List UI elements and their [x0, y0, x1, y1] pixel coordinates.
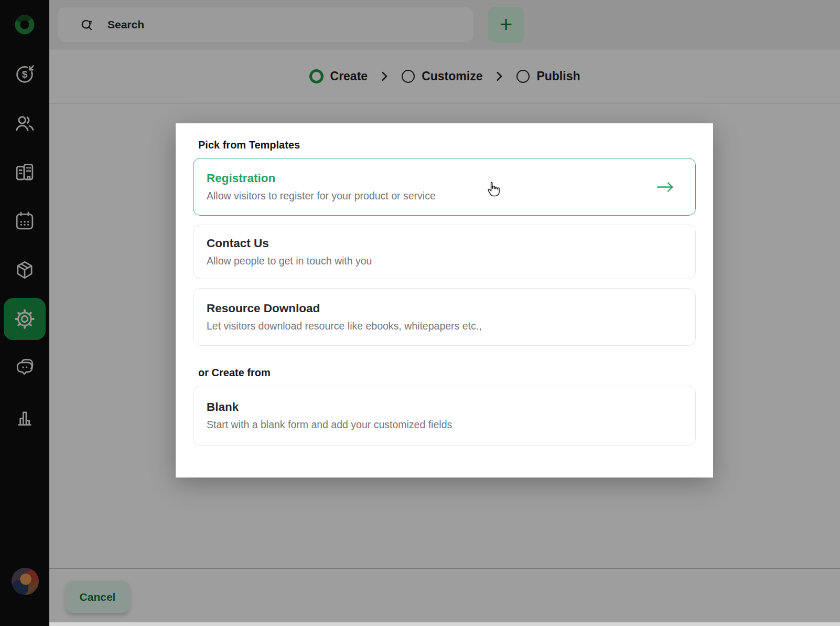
- template-title: Resource Download: [207, 302, 482, 315]
- template-card-texts: Blank Start with a blank form and add yo…: [207, 400, 452, 431]
- template-title: Registration: [207, 172, 436, 185]
- templates-heading: Pick from Templates: [198, 139, 696, 151]
- bottom-edge-strip: [49, 622, 840, 626]
- create-form-modal: Pick from Templates Registration Allow v…: [176, 123, 713, 478]
- arrow-right-icon: [656, 181, 674, 193]
- template-card-texts: Registration Allow visitors to register …: [207, 172, 436, 202]
- template-card-contact-us[interactable]: Contact Us Allow people to get in touch …: [193, 225, 696, 279]
- template-card-blank[interactable]: Blank Start with a blank form and add yo…: [193, 386, 696, 445]
- template-title: Blank: [207, 400, 452, 414]
- template-description: Allow people to get in touch with you: [207, 255, 372, 267]
- template-card-resource-download[interactable]: Resource Download Let visitors download …: [193, 288, 696, 346]
- app-screen: $: [0, 0, 840, 626]
- template-card-texts: Contact Us Allow people to get in touch …: [207, 237, 372, 267]
- template-card-texts: Resource Download Let visitors download …: [207, 302, 482, 332]
- template-description: Start with a blank form and add your cus…: [207, 419, 452, 431]
- template-title: Contact Us: [207, 237, 372, 250]
- template-description: Let visitors download resource like eboo…: [207, 320, 482, 332]
- create-from-heading: or Create from: [198, 367, 696, 379]
- template-description: Allow visitors to register for your prod…: [207, 190, 436, 202]
- template-card-registration[interactable]: Registration Allow visitors to register …: [193, 158, 696, 216]
